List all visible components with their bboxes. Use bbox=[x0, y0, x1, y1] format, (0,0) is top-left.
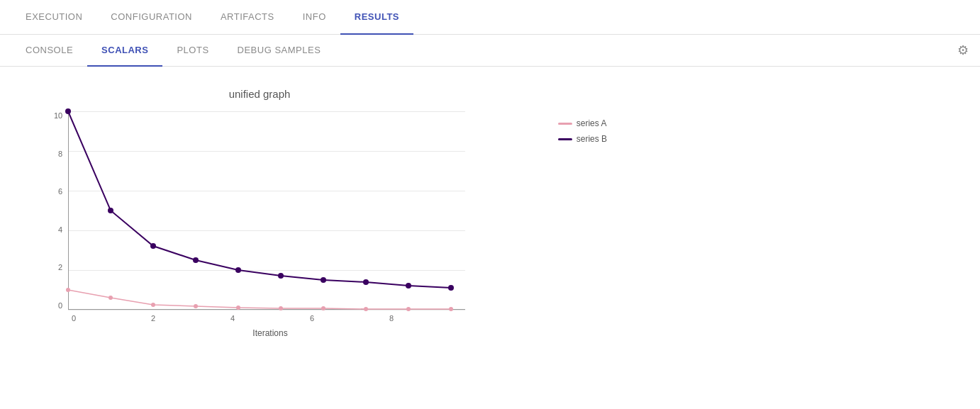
x-label-6: 6 bbox=[310, 314, 314, 323]
series-b-dot-7 bbox=[363, 279, 369, 285]
x-label-0: 0 bbox=[72, 314, 76, 323]
grid-line-bottom bbox=[68, 310, 465, 310]
series-a-dot-0 bbox=[66, 288, 70, 292]
y-label-2: 2 bbox=[54, 263, 62, 271]
legend-series-b: series B bbox=[558, 134, 607, 144]
subtab-debug-samples[interactable]: DEBUG SAMPLES bbox=[223, 35, 335, 67]
series-a-dot-4 bbox=[236, 306, 240, 310]
y-axis-labels: 10 8 6 4 2 0 bbox=[54, 111, 68, 310]
y-label-4: 4 bbox=[54, 225, 62, 234]
tab-execution[interactable]: EXECUTION bbox=[11, 0, 96, 35]
x-axis-title: Iterations bbox=[72, 328, 469, 338]
legend-series-a: series A bbox=[558, 118, 607, 128]
tab-results[interactable]: RESULTS bbox=[340, 0, 413, 35]
subtab-console[interactable]: CONSOLE bbox=[11, 35, 87, 67]
series-b-dot-5 bbox=[278, 273, 284, 279]
chart-area: 10 8 6 4 2 0 bbox=[54, 111, 465, 310]
series-b-dot-0 bbox=[65, 108, 71, 114]
chart-title: unified graph bbox=[229, 88, 291, 100]
y-label-10: 10 bbox=[54, 111, 62, 120]
chart-svg bbox=[68, 111, 465, 310]
legend-label-a: series A bbox=[577, 118, 607, 128]
series-a-dot-5 bbox=[279, 306, 283, 310]
series-a-dot-3 bbox=[194, 304, 198, 308]
series-a-dot-9 bbox=[449, 307, 453, 311]
legend-label-b: series B bbox=[577, 134, 607, 144]
tab-configuration[interactable]: CONFIGURATION bbox=[96, 0, 206, 35]
series-a-dot-8 bbox=[406, 307, 411, 311]
chart-container: unified graph 10 8 6 4 2 0 bbox=[11, 81, 508, 352]
y-label-6: 6 bbox=[54, 187, 62, 196]
series-b-dot-8 bbox=[406, 283, 411, 288]
sub-navigation: CONSOLE SCALARS PLOTS DEBUG SAMPLES ⚙ bbox=[0, 35, 980, 67]
series-a-dot-6 bbox=[321, 306, 325, 310]
subtab-scalars[interactable]: SCALARS bbox=[87, 35, 162, 67]
x-label-4: 4 bbox=[230, 314, 235, 323]
x-label-2: 2 bbox=[151, 314, 155, 323]
series-a-dot-7 bbox=[364, 307, 368, 311]
chart-body: series A series B bbox=[68, 111, 465, 310]
tab-artifacts[interactable]: ARTIFACTS bbox=[206, 0, 289, 35]
x-axis-labels: 0 2 4 6 8 bbox=[72, 314, 469, 323]
legend-color-a bbox=[558, 123, 572, 125]
series-b-dot-2 bbox=[150, 243, 156, 249]
series-b-dot-4 bbox=[235, 267, 241, 273]
series-a-dot-2 bbox=[151, 303, 155, 307]
main-content: unified graph 10 8 6 4 2 0 bbox=[0, 67, 980, 366]
series-b-dot-9 bbox=[448, 285, 454, 291]
series-a-dot-1 bbox=[108, 296, 113, 300]
series-a-line bbox=[68, 290, 451, 309]
series-b-dot-3 bbox=[193, 257, 199, 263]
settings-gear-icon[interactable]: ⚙ bbox=[957, 43, 969, 58]
legend-color-b bbox=[558, 138, 572, 140]
series-b-line bbox=[68, 111, 451, 288]
x-label-8: 8 bbox=[389, 314, 394, 323]
chart-legend: series A series B bbox=[558, 118, 607, 150]
series-b-dot-1 bbox=[108, 208, 113, 213]
tab-info[interactable]: INFO bbox=[289, 0, 340, 35]
y-label-0: 0 bbox=[54, 301, 62, 310]
series-b-dot-6 bbox=[321, 277, 326, 283]
top-navigation: EXECUTION CONFIGURATION ARTIFACTS INFO R… bbox=[0, 0, 980, 35]
y-label-8: 8 bbox=[54, 150, 62, 158]
subtab-plots[interactable]: PLOTS bbox=[162, 35, 223, 67]
